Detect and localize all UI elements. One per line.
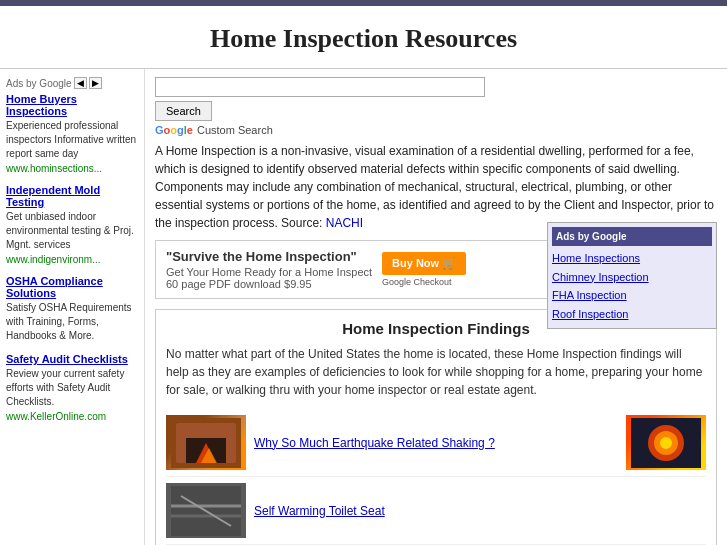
sidebar-ad-safety-title[interactable]: Safety Audit Checklists	[6, 353, 138, 365]
sidebar-ad-home-buyers-desc: Experienced professional inspectors Info…	[6, 119, 138, 161]
findings-desc: No matter what part of the United States…	[166, 345, 706, 399]
ads-next-btn[interactable]: ▶	[89, 77, 102, 89]
source-link[interactable]: NACHI	[326, 216, 363, 230]
sidebar-ad-safety-audit: Safety Audit Checklists Review your curr…	[6, 353, 138, 422]
sidebar-ad-osha: OSHA Compliance Solutions Satisfy OSHA R…	[6, 275, 138, 343]
finding-thumb-thermal	[626, 415, 706, 470]
sidebar-ad-home-buyers-title[interactable]: Home Buyers Inspections	[6, 93, 138, 117]
page-header: Home Inspection Resources	[0, 6, 727, 69]
sidebar-ad-mold-title[interactable]: Independent Mold Testing	[6, 184, 138, 208]
findings-section: Home Inspection Findings No matter what …	[155, 309, 717, 545]
promo-title: "Survive the Home Inspection"	[166, 249, 372, 264]
buy-now-label: Buy Now	[392, 257, 439, 269]
ads-float-link-1[interactable]: Home Inspections	[552, 250, 712, 267]
description-block: A Home Inspection is a non-invasive, vis…	[155, 142, 717, 232]
sidebar-ad-osha-title[interactable]: OSHA Compliance Solutions	[6, 275, 138, 299]
finding-item-toilet: Self Warming Toilet Seat	[166, 477, 706, 545]
finding-link-earthquake[interactable]: Why So Much Earthquake Related Shaking ?	[254, 436, 495, 450]
google-checkout-label: Google Checkout	[382, 277, 466, 287]
search-area: Search Google Custom Search	[155, 77, 717, 136]
buy-now-button[interactable]: Buy Now 🛒	[382, 252, 466, 275]
finding-link-toilet[interactable]: Self Warming Toilet Seat	[254, 504, 385, 518]
ads-float-link-2[interactable]: Chimney Inspection	[552, 269, 712, 286]
promo-box: "Survive the Home Inspection" Get Your H…	[155, 240, 555, 299]
search-button[interactable]: Search	[155, 101, 212, 121]
sidebar-ad-mold-testing: Independent Mold Testing Get unbiased in…	[6, 184, 138, 265]
sidebar: Ads by Google ◀ ▶ Home Buyers Inspection…	[0, 69, 145, 545]
ads-float-link-3[interactable]: FHA Inspection	[552, 287, 712, 304]
promo-desc-text: Get Your Home Ready for a Home Inspect	[166, 266, 372, 278]
ads-prev-btn[interactable]: ◀	[74, 77, 87, 89]
promo-buy-area: Buy Now 🛒 Google Checkout	[382, 252, 466, 287]
promo-desc: Get Your Home Ready for a Home Inspect	[166, 266, 372, 278]
promo-details: 60 page PDF download $9.95	[166, 278, 372, 290]
google-logo: Google	[155, 124, 193, 136]
main-content: Search Google Custom Search A Home Inspe…	[145, 69, 727, 545]
page-title: Home Inspection Resources	[0, 24, 727, 54]
sidebar-ad-safety-url: www.KellerOnline.com	[6, 411, 138, 422]
ads-float-box: Ads by Google Home Inspections Chimney I…	[547, 222, 717, 329]
sidebar-ad-mold-url: www.indigenvironm...	[6, 254, 138, 265]
ads-float-header: Ads by Google	[552, 227, 712, 246]
custom-search-label: Custom Search	[197, 124, 273, 136]
svg-point-8	[660, 437, 672, 449]
sidebar-ad-home-buyers: Home Buyers Inspections Experienced prof…	[6, 93, 138, 174]
description-text: A Home Inspection is a non-invasive, vis…	[155, 144, 714, 230]
finding-thumb-electrical-wires	[166, 483, 246, 538]
sidebar-ad-safety-desc: Review your current safety efforts with …	[6, 367, 138, 409]
finding-item-earthquake: Why So Much Earthquake Related Shaking ?	[166, 409, 706, 477]
search-input[interactable]	[155, 77, 485, 97]
promo-text-area: "Survive the Home Inspection" Get Your H…	[166, 249, 372, 290]
ads-float-link-4[interactable]: Roof Inspection	[552, 306, 712, 323]
finding-thumb-fireplace	[166, 415, 246, 470]
sidebar-ad-mold-desc: Get unbiased indoor environmental testin…	[6, 210, 138, 252]
finding-text-toilet: Self Warming Toilet Seat	[254, 504, 618, 518]
google-custom-search: Google Custom Search	[155, 124, 717, 136]
ads-by-google-text: Ads by Google	[6, 78, 72, 89]
sidebar-ads-label: Ads by Google ◀ ▶	[6, 77, 138, 89]
sidebar-ad-home-buyers-url: www.hominsections...	[6, 163, 138, 174]
sidebar-ad-osha-desc: Satisfy OSHA Requirements with Training,…	[6, 301, 138, 343]
finding-text-earthquake: Why So Much Earthquake Related Shaking ?	[254, 436, 618, 450]
